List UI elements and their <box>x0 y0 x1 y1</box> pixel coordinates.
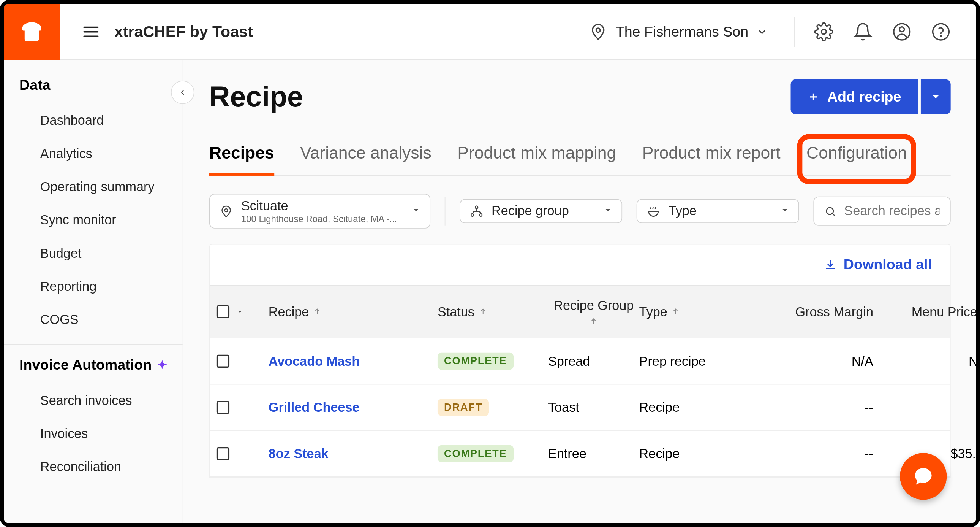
filter-group-label: Recipe group <box>492 204 569 219</box>
tab-pmix-report[interactable]: Product mix report <box>642 143 781 175</box>
tab-variance[interactable]: Variance analysis <box>300 143 431 175</box>
table-header: Recipe Status Recipe Group Type Gross Ma… <box>210 285 950 339</box>
table-row: Avocado Mash COMPLETE Spread Prep recipe… <box>210 339 950 385</box>
col-status[interactable]: Status <box>438 304 548 319</box>
download-all-label: Download all <box>844 256 932 273</box>
status-badge: COMPLETE <box>438 445 514 462</box>
chat-fab[interactable] <box>900 453 947 500</box>
nav-cogs[interactable]: COGS <box>4 303 183 337</box>
sparkle-icon: ✦ <box>157 358 167 372</box>
tab-recipes[interactable]: Recipes <box>209 143 274 175</box>
col-margin[interactable]: Gross Margin <box>756 304 873 319</box>
top-bar: xtraCHEF by Toast The Fishermans Son <box>4 4 977 60</box>
add-recipe-label: Add recipe <box>827 89 901 106</box>
cell-group: Toast <box>548 400 639 415</box>
help-icon[interactable] <box>931 22 950 41</box>
cell-margin: -- <box>756 446 873 461</box>
caret-down-icon <box>411 205 420 217</box>
cell-group: Entree <box>548 446 639 461</box>
cell-type: Prep recipe <box>639 354 756 369</box>
nav-analytics[interactable]: Analytics <box>4 137 183 170</box>
row-checkbox[interactable] <box>216 447 229 460</box>
main-content: Recipe Add recipe Recipes Variance analy… <box>183 60 977 524</box>
sidebar-collapse-button[interactable] <box>171 81 194 104</box>
cell-menu-price: N/A <box>873 354 977 369</box>
svg-point-10 <box>827 207 834 214</box>
user-icon[interactable] <box>892 22 912 41</box>
tabs: Recipes Variance analysis Product mix ma… <box>209 143 951 176</box>
nav-search-invoices[interactable]: Search invoices <box>4 384 183 417</box>
filters-bar: Scituate 100 Lighthouse Road, Scituate, … <box>209 194 951 228</box>
tab-configuration[interactable]: Configuration <box>807 143 907 175</box>
add-recipe-more-button[interactable] <box>921 80 951 115</box>
nav-invoices[interactable]: Invoices <box>4 417 183 450</box>
col-recipe[interactable]: Recipe <box>269 304 438 319</box>
table-row: Grilled Cheese DRAFT Toast Recipe -- -- … <box>210 385 950 431</box>
bowl-icon <box>646 204 660 218</box>
search-input[interactable] <box>844 204 939 219</box>
status-badge: COMPLETE <box>438 353 514 370</box>
status-badge: DRAFT <box>438 399 489 416</box>
col-group[interactable]: Recipe Group <box>548 297 639 326</box>
tab-pmix-mapping[interactable]: Product mix mapping <box>457 143 616 175</box>
hierarchy-icon <box>469 204 484 218</box>
filter-location[interactable]: Scituate 100 Lighthouse Road, Scituate, … <box>209 194 430 228</box>
select-all-checkbox[interactable] <box>216 305 229 318</box>
recipe-link[interactable]: Grilled Cheese <box>269 400 360 414</box>
filter-type[interactable]: Type <box>636 199 799 223</box>
nav-section-invoice-label: Invoice Automation <box>19 357 151 374</box>
filter-recipe-group[interactable]: Recipe group <box>460 199 622 223</box>
nav-sync-monitor[interactable]: Sync monitor <box>4 204 183 237</box>
add-recipe-button[interactable]: Add recipe <box>791 80 918 115</box>
svg-point-5 <box>940 35 942 36</box>
nav-operating-summary[interactable]: Operating summary <box>4 170 183 203</box>
chevron-down-icon <box>756 26 768 37</box>
nav-reconciliation[interactable]: Reconciliation <box>4 450 183 483</box>
nav-dashboard[interactable]: Dashboard <box>4 104 183 137</box>
add-recipe-group: Add recipe <box>791 80 951 115</box>
search-box[interactable] <box>813 196 950 226</box>
svg-point-7 <box>475 206 478 208</box>
svg-point-1 <box>821 29 826 34</box>
recipe-link[interactable]: 8oz Steak <box>269 446 329 460</box>
location-pin-icon <box>219 204 234 218</box>
hamburger-menu-icon[interactable] <box>73 22 109 41</box>
svg-point-9 <box>479 213 482 216</box>
cell-margin: N/A <box>756 354 873 369</box>
svg-point-8 <box>471 213 474 216</box>
table-row: 8oz Steak COMPLETE Entree Recipe -- $35.… <box>210 431 950 477</box>
sidebar: Data Dashboard Analytics Operating summa… <box>4 60 183 524</box>
filter-location-address: 100 Lighthouse Road, Scituate, MA -... <box>241 213 397 224</box>
location-name: The Fishermans Son <box>616 23 749 40</box>
brand-logo[interactable] <box>4 3 60 59</box>
svg-point-6 <box>225 208 228 211</box>
row-checkbox[interactable] <box>216 355 229 368</box>
caret-down-icon <box>930 91 942 103</box>
download-all-link[interactable]: Download all <box>824 256 932 273</box>
brand-name: xtraCHEF by Toast <box>115 22 253 41</box>
cell-type: Recipe <box>639 446 756 461</box>
page-title: Recipe <box>209 81 303 113</box>
col-menu-price[interactable]: Menu Price <box>873 304 977 319</box>
col-type[interactable]: Type <box>639 304 756 319</box>
filter-type-label: Type <box>668 204 697 219</box>
filter-location-name: Scituate <box>241 198 397 213</box>
nav-budget[interactable]: Budget <box>4 237 183 270</box>
divider <box>4 344 183 345</box>
location-selector[interactable]: The Fishermans Son <box>589 22 768 41</box>
svg-point-3 <box>899 27 904 32</box>
caret-down-icon[interactable] <box>236 308 244 316</box>
download-icon <box>824 258 837 271</box>
cell-menu-price: -- <box>873 400 977 415</box>
bell-icon[interactable] <box>853 22 872 41</box>
svg-point-4 <box>933 23 949 40</box>
nav-section-invoice: Invoice Automation ✦ <box>4 353 183 384</box>
row-checkbox[interactable] <box>216 401 229 414</box>
sort-up-icon <box>478 307 487 316</box>
caret-down-icon <box>603 205 612 217</box>
nav-reporting[interactable]: Reporting <box>4 270 183 303</box>
settings-icon[interactable] <box>814 22 834 41</box>
recipe-link[interactable]: Avocado Mash <box>269 354 360 368</box>
cell-type: Recipe <box>639 400 756 415</box>
divider <box>445 197 445 225</box>
